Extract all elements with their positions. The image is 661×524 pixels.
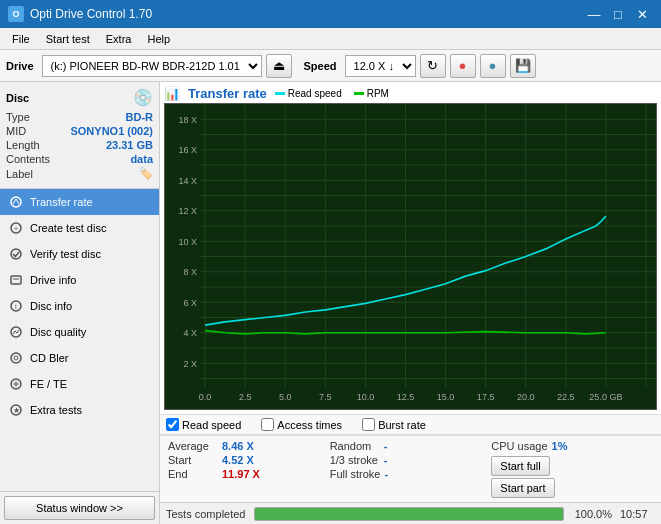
maximize-button[interactable]: □ (607, 5, 629, 23)
length-label: Length (6, 139, 40, 151)
svg-text:22.5: 22.5 (557, 391, 575, 402)
nav-disc-info-label: Disc info (30, 300, 72, 312)
status-text: Tests completed (166, 508, 246, 520)
mid-label: MID (6, 125, 26, 137)
svg-text:★: ★ (13, 406, 20, 415)
end-value: 11.97 X (222, 468, 262, 480)
transfer-rate-icon (8, 194, 24, 210)
close-button[interactable]: ✕ (631, 5, 653, 23)
nav-cd-bler[interactable]: CD Bler (0, 345, 159, 371)
eject-button[interactable]: ⏏ (266, 54, 292, 78)
minimize-button[interactable]: — (583, 5, 605, 23)
burst-rate-checkbox-label[interactable]: Burst rate (362, 418, 426, 431)
nav-disc-info[interactable]: i Disc info (0, 293, 159, 319)
svg-text:10.0: 10.0 (357, 391, 375, 402)
svg-point-10 (14, 356, 18, 360)
nav-transfer-rate[interactable]: Transfer rate (0, 189, 159, 215)
nav-drive-info-label: Drive info (30, 274, 76, 286)
status-window-button[interactable]: Status window >> (4, 496, 155, 520)
svg-text:5.0: 5.0 (279, 391, 292, 402)
mid-value: SONYNO1 (002) (70, 125, 153, 137)
nav-verify-test-disc[interactable]: Verify test disc (0, 241, 159, 267)
chart-title: Transfer rate (188, 86, 267, 101)
burst-rate-checkbox[interactable] (362, 418, 375, 431)
toolbar: Drive (k:) PIONEER BD-RW BDR-212D 1.01 ⏏… (0, 50, 661, 82)
svg-text:0.0: 0.0 (199, 391, 212, 402)
stroke13-value: - (384, 454, 424, 466)
svg-text:i: i (15, 302, 17, 311)
length-value: 23.31 GB (106, 139, 153, 151)
save-button[interactable]: 💾 (510, 54, 536, 78)
progress-bar-fill (255, 508, 563, 520)
svg-point-3 (11, 249, 21, 259)
start-full-button[interactable]: Start full (491, 456, 549, 476)
start-part-button[interactable]: Start part (491, 478, 554, 498)
progress-bar-container (254, 507, 564, 521)
access-times-checkbox-label[interactable]: Access times (261, 418, 342, 431)
svg-rect-4 (11, 276, 21, 284)
label-edit-icon[interactable]: 🏷️ (139, 167, 153, 180)
chart-area: 18 X 16 X 14 X 12 X 10 X 8 X 6 X 4 X 2 X… (164, 103, 657, 410)
nav-fe-te[interactable]: FE / TE (0, 371, 159, 397)
chart-legend: Read speed RPM (275, 88, 389, 99)
start-label: Start (168, 454, 218, 466)
create-test-disc-icon: + (8, 220, 24, 236)
nav-drive-info[interactable]: Drive info (0, 267, 159, 293)
nav-disc-quality[interactable]: Disc quality (0, 319, 159, 345)
progress-percent-text: 100.0% (572, 508, 612, 520)
nav-create-test-disc[interactable]: + Create test disc (0, 215, 159, 241)
status-bar: Tests completed 100.0% 10:57 (160, 502, 661, 524)
nav-transfer-rate-label: Transfer rate (30, 196, 93, 208)
menu-bar: File Start test Extra Help (0, 28, 661, 50)
svg-text:14 X: 14 X (179, 174, 198, 185)
access-times-checkbox[interactable] (261, 418, 274, 431)
chart-header: 📊 Transfer rate Read speed RPM (164, 86, 657, 101)
menu-file[interactable]: File (4, 31, 38, 47)
chart-svg: 18 X 16 X 14 X 12 X 10 X 8 X 6 X 4 X 2 X… (165, 104, 656, 409)
stats-area: Average 8.46 X Start 4.52 X End 11.97 X … (160, 435, 661, 502)
sidebar-bottom: Status window >> (0, 491, 159, 524)
svg-text:17.5: 17.5 (477, 391, 495, 402)
nav-extra-tests[interactable]: ★ Extra tests (0, 397, 159, 423)
rpm-legend-dot (354, 92, 364, 95)
svg-text:6 X: 6 X (184, 296, 198, 307)
svg-text:8 X: 8 X (184, 266, 198, 277)
drive-select[interactable]: (k:) PIONEER BD-RW BDR-212D 1.01 (42, 55, 262, 77)
disc-info-icon: i (8, 298, 24, 314)
stroke13-label: 1/3 stroke (330, 454, 380, 466)
verify-test-disc-icon (8, 246, 24, 262)
contents-value: data (130, 153, 153, 165)
nav-cd-bler-label: CD Bler (30, 352, 69, 364)
read-speed-checkbox-label[interactable]: Read speed (166, 418, 241, 431)
read-speed-checkbox-text: Read speed (182, 419, 241, 431)
type-value: BD-R (126, 111, 154, 123)
svg-text:12.5: 12.5 (397, 391, 415, 402)
start-value: 4.52 X (222, 454, 262, 466)
fullstroke-value: - (384, 468, 424, 480)
svg-point-9 (11, 353, 21, 363)
svg-text:+: + (14, 225, 18, 232)
access-times-checkbox-text: Access times (277, 419, 342, 431)
menu-help[interactable]: Help (139, 31, 178, 47)
disc-button2[interactable]: ● (480, 54, 506, 78)
nav-verify-test-disc-label: Verify test disc (30, 248, 101, 260)
stats-col-3: CPU usage 1% Start full Start part (491, 440, 653, 498)
end-label: End (168, 468, 218, 480)
read-speed-checkbox[interactable] (166, 418, 179, 431)
drive-label: Drive (6, 60, 34, 72)
rpm-legend-label: RPM (367, 88, 389, 99)
chart-checkboxes: Read speed Access times Burst rate (160, 414, 661, 435)
read-speed-legend-dot (275, 92, 285, 95)
menu-extra[interactable]: Extra (98, 31, 140, 47)
content-area: 📊 Transfer rate Read speed RPM (160, 82, 661, 524)
nav-extra-tests-label: Extra tests (30, 404, 82, 416)
random-value: - (384, 440, 424, 452)
disc-color-button[interactable]: ● (450, 54, 476, 78)
speed-label: Speed (304, 60, 337, 72)
menu-start-test[interactable]: Start test (38, 31, 98, 47)
refresh-button[interactable]: ↻ (420, 54, 446, 78)
svg-text:12 X: 12 X (179, 205, 198, 216)
cpu-usage-label: CPU usage (491, 440, 547, 452)
speed-select[interactable]: 12.0 X ↓ (345, 55, 416, 77)
nav-items: Transfer rate + Create test disc Verify … (0, 189, 159, 491)
